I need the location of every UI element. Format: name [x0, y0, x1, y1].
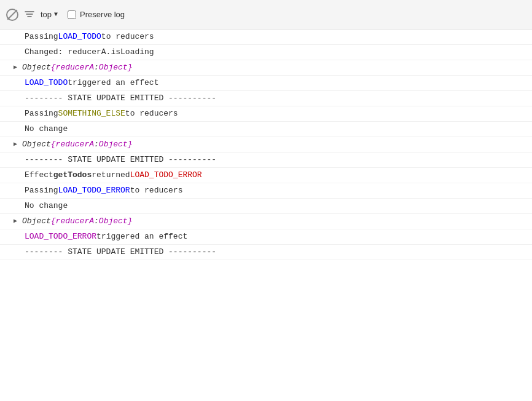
console-text: Object: [22, 216, 51, 227]
console-row: LOAD_TODO triggered an effect: [0, 76, 532, 91]
console-text: Object: [22, 62, 51, 73]
console-text: LOAD_TODO_ERROR: [130, 170, 202, 181]
console-text: LOAD_TODO_ERROR: [25, 231, 96, 242]
console-text: Passing: [25, 108, 58, 119]
console-text: {reducerA: [51, 62, 94, 73]
console-text: Changed: reducerA.isLoading: [25, 47, 154, 58]
preserve-log-checkbox[interactable]: [68, 10, 76, 19]
expand-arrow-icon[interactable]: ▶: [14, 139, 22, 150]
console-row: -------- STATE UPDATE EMITTED ----------: [0, 91, 532, 106]
console-text: triggered an effect: [96, 231, 187, 242]
console-text: Object}: [99, 216, 133, 227]
console-text: Object: [22, 139, 51, 150]
console-text: -------- STATE UPDATE EMITTED ----------: [25, 93, 216, 104]
console-text: to reducers: [101, 31, 154, 42]
console-row: Changed: reducerA.isLoading: [0, 45, 532, 60]
console-text: getTodos: [53, 170, 92, 181]
console-text: Object}: [99, 139, 133, 150]
console-text: triggered an effect: [68, 77, 158, 89]
console-text: LOAD_TODO: [25, 77, 68, 89]
console-text: {reducerA: [51, 139, 94, 150]
dropdown-arrow-icon: ▼: [54, 11, 58, 18]
expand-arrow-icon[interactable]: ▶: [14, 62, 22, 73]
expand-arrow-icon[interactable]: ▶: [14, 216, 22, 227]
console-row: LOAD_TODO_ERROR triggered an effect: [0, 229, 532, 245]
console-row: Effect getTodos returned LOAD_TODO_ERROR: [0, 168, 532, 183]
toolbar: top ▼ Preserve log: [0, 0, 532, 30]
console-row: Passing LOAD_TODO_ERROR to reducers: [0, 183, 532, 199]
console-text: -------- STATE UPDATE EMITTED ----------: [25, 247, 216, 258]
console-text: Passing: [25, 185, 58, 196]
console-row: Passing SOMETHING_ELSE to reducers: [0, 106, 532, 122]
console-text: returned: [92, 170, 130, 181]
console-text: :: [94, 62, 99, 73]
console-row: Passing LOAD_TODO to reducers: [0, 30, 532, 45]
console-text: Passing: [25, 31, 58, 42]
preserve-log-option[interactable]: Preserve log: [68, 10, 125, 19]
console-text: LOAD_TODO: [58, 31, 101, 42]
console-text: -------- STATE UPDATE EMITTED ----------: [25, 154, 216, 165]
console-row: -------- STATE UPDATE EMITTED ----------: [0, 153, 532, 168]
console-text: No change: [25, 200, 68, 212]
console-text: to reducers: [125, 108, 178, 119]
console-row[interactable]: ▶Object {reducerA: Object}: [0, 214, 532, 229]
console-row: No change: [0, 122, 532, 137]
console-row[interactable]: ▶Object {reducerA: Object}: [0, 137, 532, 153]
console-text: Object}: [99, 62, 133, 73]
console-text: Effect: [25, 170, 53, 181]
console-row: -------- STATE UPDATE EMITTED ----------: [0, 245, 532, 260]
filter-icon[interactable]: [23, 9, 36, 21]
console-output: Passing LOAD_TODO to reducersChanged: re…: [0, 30, 532, 401]
clear-console-button[interactable]: [6, 9, 18, 21]
console-text: No change: [25, 124, 68, 135]
console-row[interactable]: ▶Object {reducerA: Object}: [0, 60, 532, 76]
console-text: :: [94, 216, 99, 227]
console-text: LOAD_TODO_ERROR: [58, 185, 130, 196]
console-text: to reducers: [130, 185, 183, 196]
context-selector[interactable]: top ▼: [41, 10, 58, 19]
preserve-log-label: Preserve log: [80, 10, 125, 19]
console-text: {reducerA: [51, 216, 94, 227]
context-label: top: [41, 10, 52, 19]
console-text: SOMETHING_ELSE: [58, 108, 125, 119]
console-text: :: [94, 139, 99, 150]
console-row: No change: [0, 199, 532, 214]
